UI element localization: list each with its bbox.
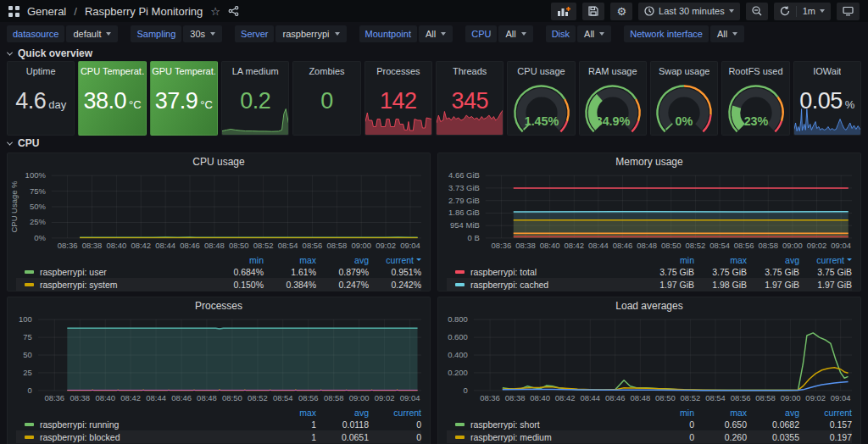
stat-title[interactable]: LA medium [232,62,279,76]
stat-unit: % [845,98,855,111]
legend-header-avg[interactable]: avg [747,408,799,418]
legend-header-current[interactable]: current [799,408,852,418]
gauge: 34.9% [579,77,647,134]
panel-memory-usage-graph: Memory usage08:3608:3808:4008:4208:4408:… [437,153,861,291]
legend-header-min[interactable]: min [642,408,694,418]
share-icon[interactable] [228,6,239,16]
apps-grid-icon[interactable] [8,6,19,17]
kiosk-mode-button[interactable] [837,3,860,20]
sort-caret-icon [847,258,852,261]
svg-text:50%: 50% [30,202,47,211]
legend-header-label: min [249,255,264,265]
settings-gear-button[interactable]: ⚙ [610,3,632,20]
svg-text:08:42: 08:42 [555,393,576,402]
legend-series-label[interactable]: raspberrypi: short [470,419,642,430]
svg-text:09:04: 09:04 [831,241,851,250]
variable-value-dropdown[interactable]: All [498,25,532,42]
legend-value-current: 0.197 [799,432,852,442]
svg-text:08:48: 08:48 [204,241,225,250]
zoom-out-button[interactable] [746,3,768,20]
star-icon[interactable]: ☆ [210,5,220,18]
panel-title[interactable]: Load averages [438,297,860,314]
stat-title[interactable]: RAM usage [588,62,637,76]
legend-series-label[interactable]: raspberrypi: system [40,280,211,290]
variable-label: Server [235,25,274,42]
stat-title[interactable]: CPU usage [517,62,565,76]
refresh-button-group[interactable]: 1m [774,3,831,20]
legend-header-avg[interactable]: avg [316,408,369,418]
legend-header-max[interactable]: max [694,408,747,418]
clock-icon [644,6,654,16]
legend-header-label: max [730,255,747,265]
panel-title[interactable]: Processes [8,297,430,314]
breadcrumb-folder[interactable]: General [27,5,66,18]
legend-value-min: 0 [642,419,694,430]
svg-text:09:02: 09:02 [807,241,827,250]
variable-value-dropdown[interactable]: All [577,25,611,42]
legend-series-label[interactable]: raspberrypi: medium [470,432,642,442]
variable-label: Mountpoint [359,25,417,42]
stat-value-wrap: 0.2 [240,76,270,135]
legend-header-current[interactable]: current [369,255,421,265]
legend-header-max[interactable]: max [264,255,316,265]
panel-title[interactable]: Memory usage [438,153,860,170]
stat-title[interactable]: IOWait [813,62,841,76]
legend-header-current[interactable]: current [799,255,852,265]
svg-text:08:44: 08:44 [580,393,600,402]
legend-header-max[interactable]: max [694,255,747,265]
time-series-plot[interactable]: 08:3608:3808:4008:4208:4408:4608:4808:50… [438,170,860,252]
chevron-down-icon [732,32,737,36]
legend-header-avg[interactable]: avg [747,255,799,265]
variable-mountpoint: MountpointAll [359,25,453,42]
svg-text:08:46: 08:46 [180,241,200,250]
stat-title[interactable]: Uptime [26,62,56,76]
row-header-cpu[interactable]: CPU [0,136,868,151]
legend-header-label: avg [354,255,369,265]
stat-title[interactable]: Swap usage [659,62,710,76]
legend-series-label[interactable]: raspberrypi: user [40,267,211,277]
variable-value-dropdown[interactable]: raspberrypi [275,25,346,42]
variable-label: datasource [7,25,64,42]
add-panel-button[interactable] [551,3,576,20]
gauge-value: 0% [676,114,693,128]
legend-series-label[interactable]: raspberrypi: running [40,419,264,430]
row-header-quick-overview[interactable]: Quick overview [0,46,868,61]
stat-title[interactable]: CPU Temperat… [81,62,144,76]
legend-series-label[interactable]: raspberrypi: cached [470,280,642,290]
series-color-swatch [455,270,465,274]
legend-header-min[interactable]: min [642,255,694,265]
time-range-picker[interactable]: Last 30 minutes [638,3,740,20]
legend-series-label[interactable]: raspberrypi: total [470,267,642,277]
variable-network-interface: Network interfaceAll [624,25,744,42]
legend-header-max[interactable]: max [264,408,316,418]
legend-header-min[interactable]: min [211,255,264,265]
variable-value-dropdown[interactable]: All [419,25,453,42]
legend-header-current[interactable]: current [369,408,421,418]
time-series-plot[interactable]: 08:3608:3808:4008:4208:4408:4608:4808:50… [438,314,860,404]
stat-title[interactable]: Zombies [309,62,344,76]
legend-value-avg: 0.0118 [316,419,369,430]
legend-row: raspberrypi: total3.75 GiB3.75 GiB3.75 G… [447,265,852,278]
time-series-plot[interactable]: 08:3608:3808:4008:4208:4408:4608:4808:50… [8,170,430,252]
dashboard-title[interactable]: Raspberry Pi Monitoring [85,5,203,18]
save-dashboard-button[interactable] [582,3,604,20]
stat-title[interactable]: RootFS used [728,62,782,76]
variable-value-dropdown[interactable]: 30s [183,25,222,42]
legend-series-label[interactable]: raspberrypi: blocked [40,432,264,442]
legend-header-label: max [299,255,316,265]
panel-title[interactable]: CPU usage [8,153,430,170]
svg-text:08:42: 08:42 [120,393,141,402]
stat-title[interactable]: Processes [376,62,420,76]
legend-header-avg[interactable]: avg [316,255,369,265]
variable-sampling: Sampling30s [131,25,222,42]
time-series-plot[interactable]: 08:3608:3808:4008:4208:4408:4608:4808:50… [8,314,430,404]
variable-datasource: datasourcedefault [7,25,118,42]
svg-text:08:54: 08:54 [278,241,298,250]
stat-title[interactable]: Threads [453,62,487,76]
legend-row: raspberrypi: running10.01180 [16,418,421,430]
variable-value-dropdown[interactable]: All [710,25,744,42]
stat-unit: °C [129,98,142,111]
variable-value-dropdown[interactable]: default [66,25,118,42]
stat-title[interactable]: GPU Temperat… [152,62,215,76]
legend-header-label: avg [785,255,799,265]
